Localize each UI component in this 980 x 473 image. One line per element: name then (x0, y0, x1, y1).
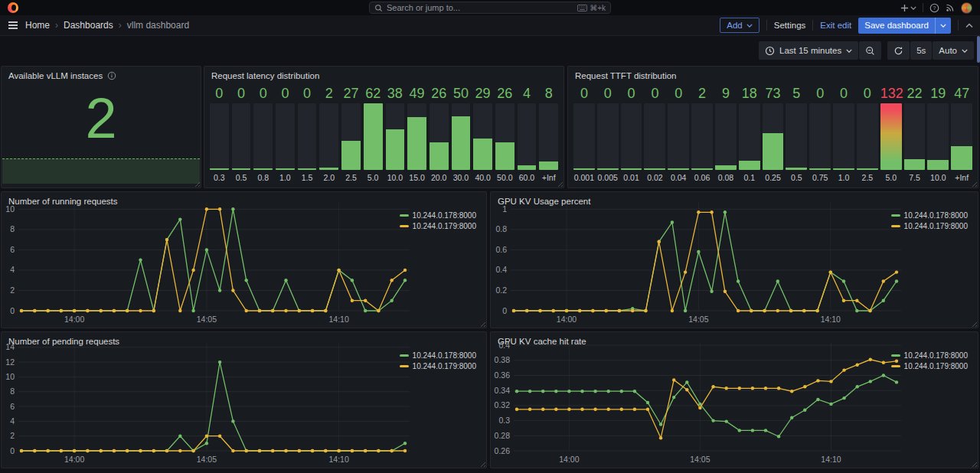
bar-value: 50 (452, 85, 471, 102)
exit-edit-button[interactable]: Exit edit (820, 21, 851, 30)
legend-item[interactable]: 10.244.0.178:8000 (400, 351, 476, 360)
bar-gauge-cell: 02.5 (857, 85, 878, 182)
clock-icon (765, 46, 775, 56)
legend-swatch (891, 365, 900, 367)
svg-text:14:05: 14:05 (197, 315, 217, 324)
zoom-out-button[interactable] (859, 41, 881, 60)
svg-text:14:10: 14:10 (328, 315, 348, 324)
bar-value: 26 (430, 85, 449, 102)
settings-button[interactable]: Settings (774, 21, 806, 30)
svg-text:14:10: 14:10 (821, 455, 841, 464)
stat-sparkline (2, 158, 200, 184)
panel-running-requests: Number of running requests 14:0014:0514:… (1, 191, 487, 328)
save-options-caret[interactable] (935, 18, 951, 34)
bar-track (276, 103, 295, 170)
legend-item[interactable]: 10.244.0.179:8000 (400, 362, 476, 370)
refresh-interval-label[interactable]: 5s (910, 41, 932, 60)
grafana-logo-icon[interactable] (8, 2, 18, 13)
bar-track (430, 103, 449, 170)
edit-actions: Add Settings Exit edit Save dashboard (720, 18, 973, 34)
new-menu-button[interactable] (900, 4, 916, 12)
refresh-button[interactable] (887, 41, 910, 60)
stat-value: 2 (2, 82, 201, 154)
bar-value: 0 (597, 85, 619, 102)
svg-text:14:05: 14:05 (197, 455, 217, 464)
bar-label: 5.0 (364, 170, 383, 182)
legend-label: 10.244.0.179:8000 (904, 222, 968, 230)
bar-gauge-cell: 4915.0 (407, 85, 426, 182)
caret-down-icon (910, 6, 916, 10)
bar-gauge-cell: 180.1 (739, 85, 760, 182)
bar-gauge-cell: 2650.0 (495, 85, 514, 182)
divider (923, 3, 923, 12)
bar-track (904, 103, 926, 170)
bar-fill (644, 168, 665, 170)
bar-fill (833, 168, 854, 170)
legend-item[interactable]: 10.244.0.178:8000 (891, 351, 968, 360)
time-range-picker[interactable]: Last 15 minutes (759, 41, 858, 60)
svg-text:?: ? (933, 5, 936, 10)
bar-value: 0 (210, 85, 229, 102)
user-avatar[interactable] (961, 2, 972, 14)
bar-label: 50.0 (495, 170, 514, 182)
bar-value: 5 (786, 85, 807, 102)
bar-gauge-cell: 460.0 (518, 85, 537, 182)
svg-text:0.2: 0.2 (495, 285, 507, 295)
bar-fill (739, 161, 760, 170)
bar-value: 18 (739, 85, 760, 102)
collapse-toolbar-button[interactable] (965, 23, 973, 28)
news-button[interactable] (946, 3, 955, 12)
bar-gauge-cell: 22.0 (319, 85, 338, 182)
bar-fill (880, 103, 902, 170)
bar-label: +Inf (951, 170, 972, 182)
bar-track (253, 103, 273, 170)
info-icon[interactable] (107, 71, 116, 80)
legend-swatch (891, 354, 900, 357)
svg-text:14:00: 14:00 (64, 315, 84, 324)
search-input[interactable]: Search or jump to... ⌘+k (369, 2, 611, 14)
legend-item[interactable]: 10.244.0.178:8000 (891, 211, 968, 220)
bar-label: 7.5 (904, 170, 926, 182)
bar-value: 2 (319, 85, 338, 102)
save-dashboard-button[interactable]: Save dashboard (858, 18, 951, 34)
legend-item[interactable]: 10.244.0.179:8000 (891, 362, 968, 370)
bar-value: 0 (833, 85, 854, 102)
svg-text:6: 6 (10, 245, 15, 254)
svg-text:8: 8 (10, 224, 15, 233)
scrollbar-thumb[interactable] (977, 36, 980, 63)
panel-title[interactable]: Available vLLM instaces (2, 67, 201, 82)
bar-value: 62 (364, 85, 383, 102)
svg-text:14:00: 14:00 (64, 455, 84, 464)
menu-toggle-button[interactable] (7, 20, 19, 31)
bar-fill (495, 142, 514, 170)
plus-icon (900, 4, 909, 12)
panel-kv-hit-rate: GPU KV cache hit rate 14:0014:0514:100.2… (490, 331, 978, 468)
zoom-out-icon (865, 46, 875, 56)
breadcrumb-home[interactable]: Home (25, 20, 50, 31)
legend-item[interactable]: 10.244.0.178:8000 (400, 211, 476, 220)
legend-label: 10.244.0.179:8000 (413, 362, 476, 370)
svg-text:14: 14 (5, 342, 15, 351)
svg-text:0.3: 0.3 (498, 416, 510, 425)
bar-value: 0 (276, 85, 295, 102)
breadcrumb: Home › Dashboards › vllm dashboard (25, 20, 189, 31)
panel-title[interactable]: Request latency distribution (204, 67, 564, 82)
breadcrumb-dashboards[interactable]: Dashboards (64, 20, 113, 31)
bar-track (407, 103, 426, 170)
bar-label: 0.8 (253, 170, 273, 182)
legend-label: 10.244.0.178:8000 (413, 351, 476, 360)
bar-fill (539, 161, 558, 170)
bar-fill (573, 168, 595, 170)
auto-refresh-dropdown[interactable]: Auto (933, 41, 974, 60)
bar-gauge-cell: 730.25 (763, 85, 784, 182)
bar-fill (809, 168, 831, 170)
caret-down-icon (746, 24, 753, 28)
legend-item[interactable]: 10.244.0.179:8000 (400, 222, 476, 230)
bar-label: 2.0 (319, 170, 338, 182)
bar-track (298, 103, 317, 170)
add-button[interactable]: Add (720, 18, 759, 33)
panel-title[interactable]: Request TTFT distribution (568, 67, 978, 82)
chart-legend: 10.244.0.178:800010.244.0.179:8000 (400, 351, 476, 370)
legend-item[interactable]: 10.244.0.179:8000 (891, 222, 968, 230)
help-button[interactable]: ? (929, 3, 939, 13)
